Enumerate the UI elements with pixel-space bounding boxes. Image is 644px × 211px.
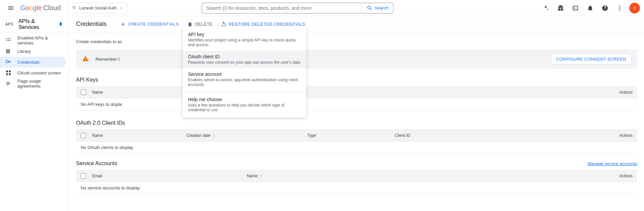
col-name[interactable]: Name (92, 133, 186, 138)
oauth-table-header: Name Creation date ↓ Type Client ID Acti… (76, 129, 637, 142)
sparkle-icon[interactable] (539, 1, 553, 15)
svg-point-3 (619, 5, 620, 6)
project-picker[interactable]: Laravel Social Auth (68, 3, 128, 13)
sidebar-nav: Enabled APIs & services Library Credenti… (0, 32, 69, 89)
service-accounts-table-header: Email Name ↑ Actions (76, 170, 637, 182)
dropdown-item-help-me-choose[interactable]: Help me choose Asks a few questions to h… (183, 93, 306, 116)
sidebar-item-oauth-consent[interactable]: OAuth consent screen (0, 67, 66, 78)
main-content: Credentials CREATE CREDENTIALS DELETE RE… (69, 16, 644, 211)
col-type[interactable]: Type (307, 133, 395, 138)
gift-icon[interactable] (554, 1, 567, 15)
dropdown-item-title: OAuth client ID (188, 54, 301, 59)
pin-icon[interactable] (58, 21, 64, 27)
dropdown-item-service-account[interactable]: Service account Enables server-to-server… (183, 68, 306, 90)
select-all-checkbox[interactable] (81, 90, 86, 95)
plus-icon (120, 21, 126, 27)
svg-rect-14 (9, 49, 10, 53)
key-icon (5, 59, 11, 65)
avatar-letter: t (634, 5, 635, 11)
svg-rect-13 (8, 49, 8, 53)
col-actions: Actions (462, 133, 633, 138)
section-title-service-accounts: Service Accounts (76, 160, 117, 167)
svg-point-5 (619, 9, 620, 10)
section-title-api-keys: API Keys (76, 77, 637, 83)
svg-rect-18 (9, 73, 11, 75)
svg-point-8 (10, 38, 11, 39)
svg-point-4 (619, 7, 620, 8)
chevron-down-icon (119, 6, 123, 10)
agreement-icon (5, 81, 11, 87)
sidebar-section-title: APIs & Services (18, 18, 53, 30)
sidebar-item-label: Library (17, 49, 31, 54)
avatar[interactable]: t (629, 3, 640, 13)
col-actions: Actions (619, 90, 633, 95)
intro-text: Create credentials to ac (76, 39, 637, 44)
notifications-icon[interactable] (583, 1, 597, 15)
svg-point-11 (10, 40, 11, 41)
configure-consent-screen-button[interactable]: CONFIGURE CONSENT SCREEN (551, 54, 631, 65)
sort-asc-icon: ↑ (260, 174, 262, 178)
project-icon (72, 6, 77, 10)
consent-icon (5, 70, 11, 76)
search-icon (367, 5, 373, 11)
search-box: Search (202, 3, 393, 13)
api-icon: API (5, 22, 14, 27)
search-button[interactable]: Search (362, 3, 393, 13)
svg-point-9 (6, 40, 7, 41)
manage-service-accounts-link[interactable]: Manage service accounts (588, 161, 637, 166)
library-icon (5, 48, 11, 54)
col-creation-date[interactable]: Creation date ↓ (186, 133, 307, 138)
create-credentials-label: CREATE CREDENTIALS (128, 22, 179, 27)
col-email[interactable]: Email (92, 174, 247, 178)
sidebar-item-label: Page usage agreements (17, 79, 61, 89)
delete-label: DELETE (195, 22, 213, 27)
dropdown-separator (183, 92, 306, 92)
google-cloud-logo[interactable]: Google Cloud (20, 4, 61, 12)
cloud-shell-icon[interactable] (569, 1, 582, 15)
search-button-label: Search (375, 5, 388, 10)
help-icon[interactable] (598, 1, 612, 15)
logo-cloud-text: Cloud (43, 4, 61, 12)
create-credentials-button[interactable]: CREATE CREDENTIALS (120, 21, 179, 27)
sidebar-item-label: Enabled APIs & services (17, 35, 61, 46)
oauth-empty-row: No OAuth clients to display (76, 142, 637, 154)
svg-rect-16 (9, 70, 11, 72)
hamburger-menu-icon[interactable] (4, 1, 17, 15)
col-creation-label: Creation date (186, 133, 211, 138)
sidebar-item-page-usage[interactable]: Page usage agreements (0, 78, 66, 89)
col-name[interactable]: Name (92, 90, 186, 95)
col-actions: Actions (619, 174, 633, 178)
dropdown-item-sub: Enables server-to-server, app-level auth… (188, 78, 301, 87)
dropdown-item-sub: Asks a few questions to help you decide … (188, 103, 301, 112)
dropdown-item-oauth-client-id[interactable]: OAuth client ID Requests user consent so… (183, 51, 306, 68)
svg-point-10 (8, 40, 9, 41)
sidebar-item-enabled-apis[interactable]: Enabled APIs & services (0, 35, 66, 46)
svg-point-6 (6, 38, 7, 39)
warning-text: Remember t (96, 57, 120, 62)
api-keys-table-header: Name Restrictions Actions (76, 86, 637, 98)
dropdown-item-sub: Requests user consent so your app can ac… (188, 60, 301, 65)
col-name-label: Name (247, 174, 258, 178)
svg-rect-12 (6, 49, 7, 53)
dropdown-item-sub: Identifies your project using a simple A… (188, 38, 301, 47)
col-client-id[interactable]: Client ID (395, 133, 462, 138)
col-name[interactable]: Name ↑ (247, 174, 619, 178)
select-all-checkbox[interactable] (81, 133, 86, 138)
sidebar-item-credentials[interactable]: Credentials (0, 57, 66, 67)
dropdown-item-api-key[interactable]: API key Identifies your project using a … (183, 28, 306, 51)
svg-rect-15 (6, 70, 8, 72)
sidebar-item-label: OAuth consent screen (17, 70, 61, 76)
dropdown-item-title: API key (188, 32, 301, 37)
svg-point-7 (8, 38, 9, 39)
sidebar-item-library[interactable]: Library (0, 46, 66, 57)
search-input[interactable] (202, 3, 362, 13)
more-vert-icon[interactable] (613, 1, 627, 15)
topbar: Google Cloud Laravel Social Auth Search … (0, 0, 644, 16)
sidebar-item-label: Credentials (17, 60, 40, 65)
select-all-checkbox[interactable] (81, 173, 86, 179)
grid-icon (5, 37, 11, 43)
api-keys-empty-row: No API keys to displa (76, 98, 637, 111)
service-accounts-empty-row: No service accounts to display (76, 182, 637, 194)
sidebar: API APIs & Services Enabled APIs & servi… (0, 16, 69, 211)
dropdown-item-title: Help me choose (188, 97, 301, 102)
